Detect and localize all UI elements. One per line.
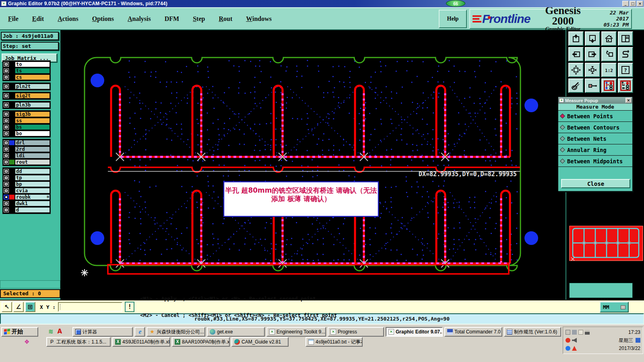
layer-name[interactable]: ts <box>15 68 50 74</box>
layer-checkbox[interactable] <box>4 75 9 80</box>
home-view-button[interactable]: .f{fill:#101010;stroke:none} <box>601 31 617 46</box>
menu-rout[interactable]: Rout <box>219 15 232 23</box>
layer-checkbox[interactable] <box>4 160 9 165</box>
printer-icon[interactable] <box>566 330 570 335</box>
measure-close-button[interactable]: Close <box>561 179 630 188</box>
layer-name[interactable]: bp <box>15 181 50 187</box>
layer-row-cvia[interactable]: cvia <box>3 187 50 194</box>
layer-row-ss[interactable]: ss <box>3 117 50 124</box>
layer-checkbox[interactable] <box>4 84 9 89</box>
help-query-button[interactable]: ?.f{fill:#101010;stroke:none} <box>618 63 633 77</box>
layer-row-bo[interactable]: bo <box>3 130 50 137</box>
layer-row-drl[interactable]: drl <box>3 140 50 146</box>
taskbar-button[interactable]: 制作规范 (Ver:1.0.6) <box>504 327 561 337</box>
clipboard-icon[interactable] <box>578 330 583 335</box>
menu-file[interactable]: File <box>8 15 19 23</box>
layer-color-swatch[interactable] <box>9 131 14 136</box>
layer-checkbox[interactable] <box>4 131 9 136</box>
layer-checkbox[interactable] <box>4 147 9 152</box>
angle-button[interactable]: ∠ <box>13 302 24 312</box>
pcb-canvas[interactable]: DX=82.99935,DY=0,D=82.99935半孔 超80mm的铣空区域… <box>60 30 566 300</box>
setup-tools-button[interactable]: .f{fill:#101010;stroke:none} <box>568 78 584 93</box>
layer-row-ts[interactable]: ts <box>3 68 50 74</box>
measure-option-between-points[interactable]: Between Points <box>558 111 632 122</box>
start-button[interactable]: 开始 <box>1 327 38 337</box>
layer-color-swatch[interactable] <box>9 140 14 145</box>
volume-icon[interactable] <box>572 338 577 343</box>
undo-view-button[interactable]: .f{fill:#101010;stroke:none} <box>601 47 617 62</box>
layer-color-swatch[interactable] <box>9 195 14 200</box>
layer-name[interactable]: sig3b <box>15 111 50 117</box>
layer-row-pln2t[interactable]: pln2t <box>3 83 50 90</box>
layer-row-sig3b[interactable]: sig3b <box>3 111 50 117</box>
taskbar-button[interactable]: 计算器 <box>72 327 133 337</box>
layer-color-swatch[interactable] <box>9 147 14 152</box>
layer-checkbox[interactable] <box>4 195 9 200</box>
layer-row-dwk1[interactable]: dwk1 <box>3 200 50 207</box>
layer-name[interactable]: dwk1 <box>15 201 50 206</box>
measure-option-between-nets[interactable]: Between Nets <box>558 133 632 144</box>
measure-option-between-contours[interactable]: Between Contours <box>558 122 632 133</box>
zoom-center-button[interactable]: .f{fill:#101010;stroke:none} <box>585 63 600 77</box>
pan-left-button[interactable]: .f{fill:#101010;stroke:none} <box>568 47 584 62</box>
menu-dfm[interactable]: DFM <box>165 15 179 23</box>
layer-name[interactable]: cs <box>15 74 50 80</box>
layer-name[interactable]: d <box>15 207 50 213</box>
layer-name[interactable]: 2rd <box>15 146 50 152</box>
windows-xy-button[interactable]: XY.f{fill:#101010;stroke:none} <box>618 31 633 46</box>
zoom-fit-button[interactable]: .f{fill:#101010;stroke:none} <box>568 63 584 77</box>
pan-right-button[interactable]: .f{fill:#101010;stroke:none} <box>585 47 600 62</box>
net-compare-a-button[interactable]: .f{fill:#101010;stroke:none} <box>601 78 617 93</box>
layer-color-swatch[interactable] <box>9 68 14 73</box>
units-selector[interactable]: MM <box>600 302 629 313</box>
layer-color-swatch[interactable] <box>9 118 14 123</box>
layer-row-sig2t[interactable]: sig2t <box>3 93 50 99</box>
layer-name[interactable]: bs <box>15 124 50 130</box>
measure-popup-titlebar[interactable]: ✕ Measure Popup × <box>558 97 632 104</box>
layer-name[interactable]: pln3b <box>15 102 50 108</box>
layer-name[interactable]: ldi <box>15 153 50 158</box>
usb-icon[interactable] <box>572 330 577 335</box>
layer-checkbox[interactable] <box>4 125 9 130</box>
clipboard-up-button[interactable]: .f{fill:#101010;stroke:none} <box>568 31 584 46</box>
taskbar-button[interactable]: P工程系统 版本：1.1.5... <box>46 337 111 347</box>
layer-color-swatch[interactable] <box>9 208 14 212</box>
layer-color-swatch[interactable] <box>9 112 14 117</box>
layer-name[interactable]: dd <box>15 169 50 174</box>
layer-color-swatch[interactable] <box>9 75 14 80</box>
taskbar-button[interactable]: 4s9je011a0.txt - 记事本 <box>305 337 363 347</box>
layer-row-roubk[interactable]: roubk⊞ <box>3 194 50 200</box>
layer-name[interactable]: roubk⊞ <box>15 194 50 200</box>
layer-row-ldi[interactable]: ldi <box>3 152 50 159</box>
layer-row-d[interactable]: d <box>3 207 50 213</box>
taskbar-button[interactable]: X4S9JE011A0制作单.xls ... <box>112 337 170 347</box>
layer-name[interactable]: sig2t <box>15 93 50 99</box>
layer-row-cs[interactable]: cs <box>3 74 50 80</box>
layer-name[interactable]: to <box>15 62 50 67</box>
layer-checkbox[interactable] <box>4 93 9 98</box>
layer-checkbox[interactable] <box>4 112 9 117</box>
thunder-icon[interactable] <box>566 346 570 351</box>
layer-name[interactable]: bo <box>15 131 50 136</box>
layer-row-pln3b[interactable]: pln3b <box>3 102 50 108</box>
menu-analysis[interactable]: Analysis <box>128 15 151 23</box>
layer-row-2rd[interactable]: 2rd <box>3 146 50 152</box>
probe-measure-button[interactable]: .f{fill:#101010;stroke:none} <box>585 78 600 93</box>
layer-color-swatch[interactable] <box>9 93 14 98</box>
pdf-icon[interactable]: A <box>58 328 62 335</box>
grid-window-button[interactable]: ⊞ <box>25 302 35 312</box>
menu-options[interactable]: Options <box>92 15 114 23</box>
menu-step[interactable]: Step <box>193 15 205 23</box>
net-compare-b-button[interactable]: .f{fill:#101010;stroke:none} <box>618 78 633 93</box>
layer-checkbox[interactable] <box>4 140 9 145</box>
layer-name[interactable]: ss <box>15 118 50 123</box>
gpu-icon[interactable] <box>572 346 577 351</box>
layer-color-swatch[interactable] <box>9 84 14 89</box>
layer-color-swatch[interactable] <box>9 169 14 174</box>
measure-option-between-midpoints[interactable]: Between Midpoints <box>558 156 632 167</box>
layer-color-swatch[interactable] <box>9 125 14 130</box>
layer-row-dd[interactable]: dd <box>3 168 50 175</box>
layer-color-swatch[interactable] <box>9 62 14 67</box>
panel-thumbnail[interactable] <box>569 224 644 263</box>
layer-name[interactable]: pln2t <box>15 84 50 89</box>
